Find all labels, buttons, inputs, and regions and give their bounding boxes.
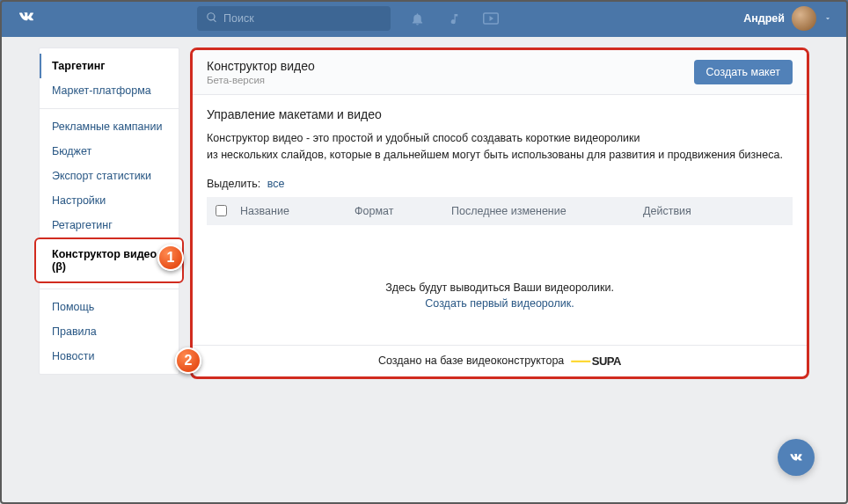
page-title: Конструктор видео xyxy=(207,59,315,73)
col-actions: Действия xyxy=(643,205,784,217)
description: Конструктор видео - это простой и удобны… xyxy=(207,130,793,164)
supa-brand: —SUPA xyxy=(571,354,621,368)
search-icon xyxy=(206,11,218,26)
section-subhead: Управление макетами и видео xyxy=(207,107,793,121)
user-name: Андрей xyxy=(743,12,785,25)
sidebar-item-settings[interactable]: Настройки xyxy=(40,188,179,213)
user-menu[interactable]: Андрей xyxy=(743,6,832,31)
music-icon[interactable] xyxy=(445,10,463,27)
search-wrap[interactable] xyxy=(197,6,391,31)
top-icons xyxy=(408,10,500,27)
table-head: Название Формат Последнее изменение Дейс… xyxy=(207,197,793,225)
annotation-badge-2: 2 xyxy=(175,347,201,374)
annotation-badge-1: 1 xyxy=(157,245,184,271)
sidebar: Таргетинг Маркет-платформа Рекламные кам… xyxy=(39,47,179,375)
col-last-modified: Последнее изменение xyxy=(451,205,643,217)
col-format: Формат xyxy=(355,205,451,217)
sidebar-item-market-platform[interactable]: Маркет-платформа xyxy=(40,78,179,103)
create-layout-button[interactable]: Создать макет xyxy=(694,60,793,84)
select-row: Выделить: все xyxy=(207,178,793,190)
search-input[interactable] xyxy=(223,12,382,25)
sidebar-item-news[interactable]: Новости xyxy=(40,344,179,369)
select-label: Выделить: xyxy=(207,178,260,190)
sidebar-item-rules[interactable]: Правила xyxy=(40,319,179,344)
sidebar-item-campaigns[interactable]: Рекламные кампании xyxy=(40,114,179,139)
vk-logo[interactable] xyxy=(16,6,48,32)
sidebar-item-retargeting[interactable]: Ретаргетинг xyxy=(40,213,179,237)
col-name: Название xyxy=(240,205,355,217)
create-first-video-link[interactable]: Создать первый видеоролик. xyxy=(207,297,793,310)
footer-text: Создано на базе видеоконструктора xyxy=(378,354,564,367)
avatar xyxy=(792,6,816,31)
panel-head: Конструктор видео Бета-версия Создать ма… xyxy=(193,50,807,95)
sidebar-item-budget[interactable]: Бюджет xyxy=(40,139,179,164)
beta-label: Бета-версия xyxy=(207,75,315,85)
video-icon[interactable] xyxy=(482,10,500,27)
vk-fab[interactable] xyxy=(778,439,815,476)
main-panel: Конструктор видео Бета-версия Создать ма… xyxy=(190,47,809,379)
empty-text: Здесь будут выводиться Ваши видеоролики. xyxy=(385,281,614,294)
sidebar-item-targeting[interactable]: Таргетинг xyxy=(40,54,179,78)
topbar: Андрей xyxy=(0,0,848,37)
footer: Создано на базе видеоконструктора —SUPA xyxy=(193,345,807,376)
notifications-icon[interactable] xyxy=(408,10,426,27)
sidebar-item-export-stats[interactable]: Экспорт статистики xyxy=(40,164,179,188)
select-all-link[interactable]: все xyxy=(267,178,285,190)
empty-state: Здесь будут выводиться Ваши видеоролики.… xyxy=(207,225,793,345)
select-all-checkbox[interactable] xyxy=(216,205,227,216)
sidebar-item-help[interactable]: Помощь xyxy=(40,295,179,319)
chevron-down-icon xyxy=(823,14,832,23)
